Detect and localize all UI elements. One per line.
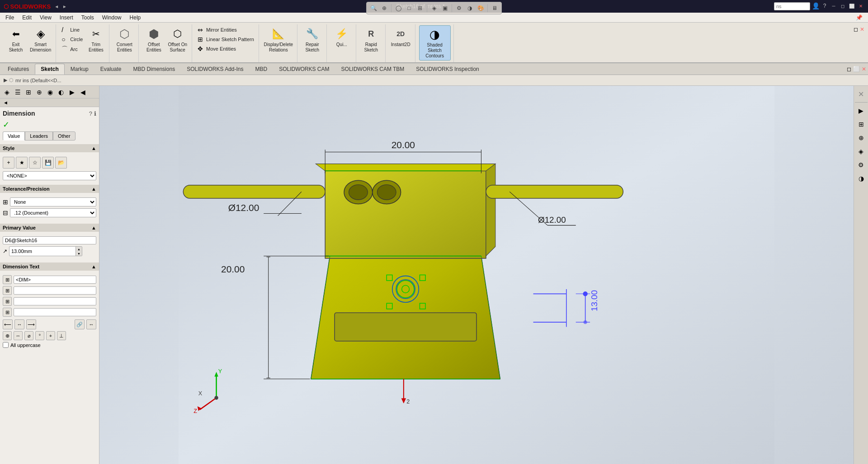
extra-icon-arrows[interactable]: ↔	[14, 331, 23, 340]
right-icon-view[interactable]: ◈	[855, 145, 868, 158]
mirror-entities-button[interactable]: ⇔ Mirror Entities	[196, 25, 256, 34]
ft-btn-left[interactable]: ◀	[78, 87, 88, 97]
dim-text-icon2[interactable]: ⊞	[3, 286, 12, 295]
dim-text-input3[interactable]	[14, 297, 96, 305]
style-icon-save[interactable]: 💾	[42, 157, 54, 169]
uppercase-checkbox[interactable]	[3, 342, 9, 348]
dimension-help-btn[interactable]: ?	[89, 110, 92, 117]
tab-close-btn[interactable]: ✕	[862, 66, 866, 72]
vt-fit-btn[interactable]: ⊕	[379, 3, 389, 13]
breadcrumb-arrow[interactable]: ▶	[4, 77, 7, 83]
menu-file[interactable]: File	[2, 14, 18, 22]
tab-solidworks-inspection[interactable]: SOLIDWORKS Inspection	[410, 64, 485, 75]
ft-btn-right[interactable]: ▶	[67, 87, 77, 97]
tab-mbd[interactable]: MBD	[250, 64, 274, 75]
tab-sketch[interactable]: Sketch	[35, 64, 64, 75]
ft-btn-grid[interactable]: ⊞	[24, 87, 33, 97]
arc-button[interactable]: ⌒ Arc	[60, 44, 85, 54]
style-icon-add[interactable]: +	[3, 157, 14, 169]
tolerance-section-header[interactable]: Tolerance/Precision ▲	[0, 185, 99, 193]
dimension-info-btn[interactable]: ℹ	[94, 110, 96, 117]
convert-entities-button[interactable]: ⬡ ConvertEntities	[113, 25, 136, 54]
align-center-btn[interactable]: ↔	[14, 319, 24, 329]
right-icon-add[interactable]: ⊕	[855, 131, 868, 144]
tab-minimize-btn[interactable]: ◻	[847, 66, 851, 72]
menu-window[interactable]: Window	[99, 14, 125, 22]
dim-text-input1[interactable]	[14, 276, 96, 284]
vt-shade-btn[interactable]: ▣	[440, 3, 450, 13]
menu-tools[interactable]: Tools	[78, 14, 98, 22]
dim-text-section-header[interactable]: Dimension Text ▲	[0, 262, 99, 271]
offset-entities-button[interactable]: ⬢ OffsetEntities	[142, 25, 165, 54]
primary-value-section-header[interactable]: Primary Value ▲	[0, 224, 99, 232]
tab-evaluate[interactable]: Evaluate	[94, 64, 127, 75]
align-left-btn[interactable]: ⟵	[3, 319, 13, 329]
menu-help[interactable]: Help	[126, 14, 145, 22]
dimension-accept-btn[interactable]: ✓	[3, 120, 96, 130]
tab-features[interactable]: Features	[2, 64, 35, 75]
ft-btn-circle[interactable]: ◉	[45, 87, 55, 97]
style-icon-star2[interactable]: ☆	[29, 157, 41, 169]
primary-value-input[interactable]	[9, 248, 75, 255]
tab-solidworks-cam[interactable]: SOLIDWORKS CAM	[273, 64, 335, 75]
quick-snaps-button[interactable]: ⚡ Qui...	[330, 25, 353, 49]
style-section-header[interactable]: Style ▲	[0, 144, 99, 152]
arrow-btn2[interactable]: ↔	[86, 319, 96, 329]
close-btn[interactable]: ✕	[857, 2, 864, 9]
rapid-sketch-button[interactable]: R RapidSketch	[360, 25, 382, 54]
right-icon-grid[interactable]: ⊞	[855, 118, 868, 131]
style-icon-load[interactable]: 📂	[55, 157, 67, 169]
offset-on-surface-button[interactable]: ⬡ Offset OnSurface	[166, 25, 189, 54]
vt-display-btn[interactable]: ◈	[429, 3, 439, 13]
instant2d-button[interactable]: 2D Instant2D	[389, 25, 412, 49]
vt-orient-btn[interactable]: ◯	[393, 3, 403, 13]
right-icon-gear[interactable]: ⚙	[855, 159, 868, 171]
right-icon-shade[interactable]: ◑	[855, 172, 868, 185]
extra-icon-plus2[interactable]: +	[46, 331, 55, 340]
vt-scene-btn[interactable]: 🎨	[476, 3, 486, 13]
tab-mbd-dimensions[interactable]: MBD Dimensions	[127, 64, 181, 75]
right-icon-1[interactable]: ✕	[855, 88, 868, 100]
user-icon[interactable]: 👤	[812, 2, 819, 9]
ft-btn-list[interactable]: ☰	[13, 87, 23, 97]
dim-tab-other[interactable]: Other	[53, 131, 75, 141]
repair-sketch-button[interactable]: 🔧 RepairSketch	[301, 25, 324, 54]
vt-section-btn[interactable]: □	[404, 3, 414, 13]
ribbon-close-btn[interactable]: ✕	[860, 26, 864, 33]
style-icon-star1[interactable]: ★	[16, 157, 28, 169]
tab-solidworks-addins[interactable]: SOLIDWORKS Add-Ins	[181, 64, 249, 75]
ft-btn-plus[interactable]: ⊕	[34, 87, 44, 97]
shaded-sketch-contours-button[interactable]: ◑ Shaded SketchContours	[419, 25, 451, 61]
tolerance-dropdown[interactable]: None	[10, 197, 96, 206]
right-icon-play[interactable]: ▶	[855, 104, 868, 117]
dim-text-input4[interactable]	[14, 308, 96, 316]
ft-btn-half[interactable]: ◐	[56, 87, 66, 97]
search-input[interactable]	[774, 2, 810, 10]
smart-dimension-button[interactable]: ◈ SmartDimension	[28, 25, 53, 54]
vt-appear-btn[interactable]: ◑	[465, 3, 475, 13]
extra-icon-diameter[interactable]: ⌀	[24, 331, 33, 340]
precision-dropdown[interactable]: .12 (Document)	[10, 208, 96, 217]
vt-zoom-btn[interactable]: 🔍	[368, 3, 378, 13]
exit-sketch-button[interactable]: ⬅ ExitSketch	[5, 25, 27, 54]
menu-edit[interactable]: Edit	[19, 14, 35, 22]
trim-entities-button[interactable]: ✂ TrimEntities	[85, 25, 106, 54]
move-entities-button[interactable]: ✥ Move Entities	[196, 44, 256, 53]
tab-solidworks-cam-tbm[interactable]: SOLIDWORKS CAM TBM	[335, 64, 410, 75]
vt-lights-btn[interactable]: ⚙	[454, 3, 464, 13]
minimize-btn[interactable]: ─	[830, 2, 837, 9]
primary-value-down-btn[interactable]: ▼	[75, 251, 82, 256]
dim-text-input2[interactable]	[14, 286, 96, 295]
nav-arrow-right[interactable]: ►	[62, 4, 67, 9]
nav-arrow-left[interactable]: ◄	[54, 4, 59, 9]
align-right-btn[interactable]: ⟶	[26, 319, 36, 329]
maximize-btn[interactable]: ⬜	[848, 2, 855, 9]
circle-button[interactable]: ○ Circle	[60, 35, 85, 44]
dim-text-icon1[interactable]: ⊞	[3, 275, 12, 284]
fm-nav-prev[interactable]: ◄	[2, 99, 9, 106]
menu-view[interactable]: View	[36, 14, 55, 22]
dim-text-icon3[interactable]: ⊞	[3, 297, 12, 306]
linear-sketch-pattern-button[interactable]: ⊞ Linear Sketch Pattern	[196, 35, 256, 44]
menu-insert[interactable]: Insert	[56, 14, 77, 22]
sketch-ref-input[interactable]	[3, 236, 96, 244]
